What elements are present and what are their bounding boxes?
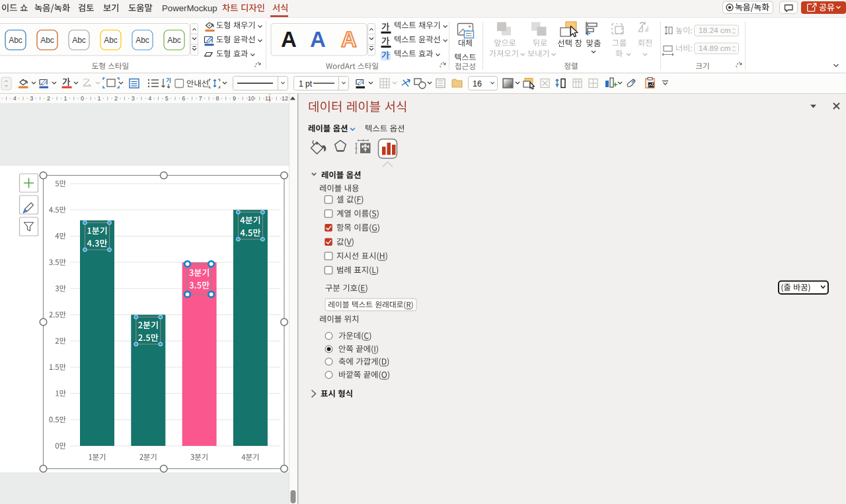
svg-text:Abc: Abc <box>167 36 181 45</box>
svg-text:A: A <box>281 27 297 52</box>
svg-text:11: 11 <box>265 95 271 102</box>
svg-text:8: 8 <box>215 95 219 102</box>
svg-text:Abc: Abc <box>135 36 149 45</box>
svg-text:5: 5 <box>165 95 169 102</box>
svg-text:1 pt: 1 pt <box>299 79 313 89</box>
svg-text:1: 1 <box>63 95 67 102</box>
svg-text:0: 0 <box>81 95 84 102</box>
svg-text:9: 9 <box>233 95 236 102</box>
svg-text:6: 6 <box>182 95 185 102</box>
svg-text:2: 2 <box>47 95 50 102</box>
svg-text:10: 10 <box>248 95 254 102</box>
svg-text:3: 3 <box>30 95 33 102</box>
svg-text:A: A <box>310 27 326 52</box>
svg-text:7: 7 <box>199 95 202 102</box>
svg-text:Abc: Abc <box>40 36 54 45</box>
svg-text:4: 4 <box>13 95 17 102</box>
svg-text:4: 4 <box>148 95 151 102</box>
svg-text:14.89 cm: 14.89 cm <box>699 44 731 53</box>
svg-text:16: 16 <box>473 79 482 89</box>
svg-text:2: 2 <box>114 95 118 102</box>
svg-text:Abc: Abc <box>9 36 22 45</box>
svg-text:12: 12 <box>282 95 288 102</box>
svg-text:Abc: Abc <box>72 36 86 45</box>
svg-text:PowerMockup: PowerMockup <box>162 3 217 13</box>
svg-text:1: 1 <box>98 95 101 102</box>
svg-text:A: A <box>341 27 357 52</box>
svg-text:18.24 cm: 18.24 cm <box>699 26 731 35</box>
svg-text:3: 3 <box>132 95 135 102</box>
svg-text:Abc: Abc <box>104 36 118 45</box>
